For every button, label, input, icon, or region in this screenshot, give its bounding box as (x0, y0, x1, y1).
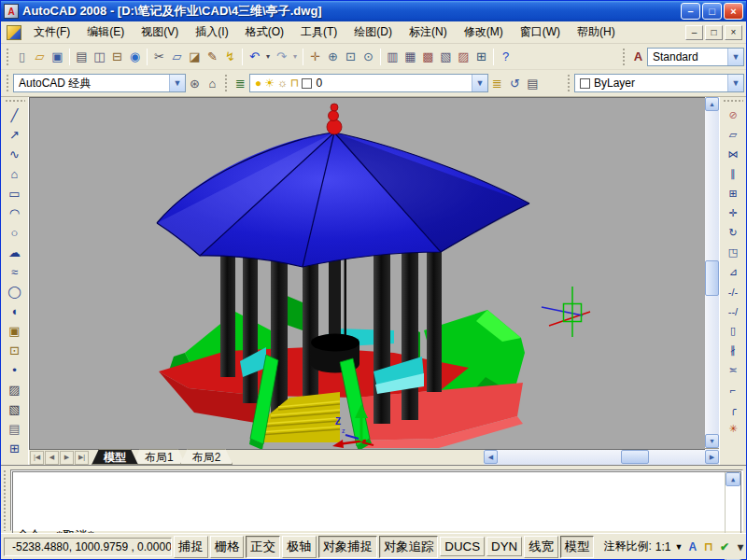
tab-layout1[interactable]: 布局1 (133, 449, 186, 465)
color-combo[interactable]: ByLayer ▼ (574, 74, 744, 92)
drawing-canvas[interactable]: Z z (29, 97, 705, 450)
stretch-button[interactable]: ⊿ (723, 262, 743, 282)
status-menu-arrow-icon[interactable]: ▾ (732, 539, 747, 555)
ducs-toggle[interactable]: DUCS (440, 537, 485, 556)
annotation-scale-control[interactable]: 注释比例: 1:1 ▼ (603, 539, 683, 554)
redo-button[interactable]: ↷ (273, 48, 290, 66)
sheetset-manager-button[interactable]: ▧ (437, 48, 455, 66)
line-button[interactable]: ╱ (5, 105, 25, 125)
my-workspace-button[interactable]: ⌂ (204, 74, 221, 92)
match-properties-button[interactable]: ✎ (204, 48, 221, 66)
text-style-combo[interactable]: Standard ▼ (647, 48, 744, 66)
menu-window[interactable]: 窗口(W) (512, 21, 569, 43)
spline-button[interactable]: ≈ (5, 262, 25, 282)
hatch-button[interactable]: ▨ (5, 380, 25, 399)
markup-set-manager-button[interactable]: ▨ (455, 48, 472, 66)
doc-restore-button[interactable]: □ (705, 25, 723, 40)
scale-button[interactable]: ◳ (723, 243, 743, 262)
otrack-toggle[interactable]: 对象追踪 (379, 536, 438, 558)
scroll-right-icon[interactable]: ▶ (705, 450, 719, 464)
polar-toggle[interactable]: 极轴 (282, 536, 317, 558)
toolbar-lock-icon[interactable]: ⊓ (700, 539, 716, 555)
tab-first-button[interactable]: |◀ (30, 451, 44, 465)
zoom-window-button[interactable]: ⊡ (342, 48, 359, 66)
point-button[interactable]: • (5, 360, 25, 380)
tab-last-button[interactable]: ▶| (75, 451, 89, 465)
paste-button[interactable]: ◪ (186, 48, 204, 66)
save-button[interactable]: ▣ (49, 48, 66, 66)
plot-preview-button[interactable]: ◫ (91, 48, 108, 66)
toolbar-grip[interactable] (6, 48, 10, 66)
layer-states-button[interactable]: ▤ (524, 74, 542, 92)
scroll-down-icon[interactable]: ▼ (705, 434, 719, 448)
scroll-left-icon[interactable]: ◀ (484, 450, 498, 464)
chevron-down-icon[interactable]: ▼ (727, 49, 743, 65)
revision-cloud-button[interactable]: ☁ (5, 243, 25, 262)
text-style-manager-button[interactable]: A (629, 48, 647, 66)
horizontal-scrollbar[interactable]: ◀ ▶ (484, 449, 719, 465)
undo-dropdown-button[interactable]: ▾ (263, 48, 273, 66)
cut-button[interactable]: ✂ (150, 48, 168, 66)
gradient-button[interactable]: ▧ (5, 399, 25, 419)
chevron-down-icon[interactable]: ▼ (727, 75, 743, 91)
menu-dimension[interactable]: 标注(N) (401, 21, 456, 43)
designcenter-button[interactable]: ▦ (402, 48, 419, 66)
break-at-point-button[interactable]: ▯ (723, 321, 743, 341)
zoom-realtime-button[interactable]: ⊕ (324, 48, 342, 66)
grid-toggle[interactable]: 栅格 (210, 536, 245, 558)
qnew-button[interactable]: ▯ (13, 48, 31, 66)
chevron-down-icon[interactable]: ▼ (169, 75, 185, 91)
plot-button[interactable]: ▤ (73, 48, 91, 66)
tab-model[interactable]: 模型 (92, 449, 138, 465)
menu-format[interactable]: 格式(O) (237, 21, 292, 43)
trim-button[interactable]: -/- (723, 282, 743, 301)
explode-button[interactable]: ✳ (723, 419, 743, 439)
menu-draw[interactable]: 绘图(D) (345, 21, 401, 43)
open-button[interactable]: ▱ (31, 48, 49, 66)
workspaces-toolbar-grip[interactable] (6, 74, 10, 92)
quickcalc-button[interactable]: ⊞ (472, 48, 490, 66)
model-toggle[interactable]: 模型 (560, 536, 595, 558)
copy-object-button[interactable]: ▱ (723, 125, 743, 145)
workspace-settings-button[interactable]: ⊛ (186, 74, 204, 92)
properties-toolbar-grip[interactable] (567, 74, 571, 92)
tab-prev-button[interactable]: ◀ (45, 451, 59, 465)
menu-insert[interactable]: 插入(I) (187, 21, 236, 43)
chevron-down-icon[interactable]: ▼ (472, 75, 487, 91)
trusted-dwg-icon[interactable]: ✔ (716, 539, 732, 555)
polyline-button[interactable]: ∿ (5, 145, 25, 164)
join-button[interactable]: ≍ (723, 360, 743, 380)
ellipse-button[interactable]: ◯ (5, 282, 25, 301)
break-button[interactable]: ∦ (723, 341, 743, 360)
osnap-toggle[interactable]: 对象捕捉 (318, 536, 377, 558)
styles-toolbar-grip[interactable] (622, 48, 627, 66)
draw-toolbar-grip[interactable] (5, 99, 25, 104)
rotate-button[interactable]: ↻ (723, 223, 743, 243)
doc-minimize-button[interactable]: – (685, 25, 703, 40)
array-button[interactable]: ⊞ (723, 184, 743, 203)
menu-tools[interactable]: 工具(T) (292, 21, 345, 43)
snap-toggle[interactable]: 捕捉 (174, 536, 208, 558)
close-button[interactable]: × (724, 3, 743, 20)
doc-close-button[interactable]: × (725, 25, 742, 40)
redo-dropdown-button[interactable]: ▾ (290, 48, 300, 66)
move-button[interactable]: ✛ (723, 203, 743, 223)
workspace-combo[interactable]: AutoCAD 经典 ▼ (13, 74, 186, 92)
properties-button[interactable]: ▥ (384, 48, 402, 66)
rectangle-button[interactable]: ▭ (5, 184, 25, 203)
arc-button[interactable]: ◠ (5, 203, 25, 223)
menu-modify[interactable]: 修改(M) (456, 21, 512, 43)
erase-button[interactable]: ⊘ (723, 105, 743, 125)
publish-button[interactable]: ⊟ (108, 48, 126, 66)
make-object-layer-current-button[interactable]: ≣ (488, 74, 506, 92)
maximize-button[interactable]: □ (702, 3, 722, 20)
construction-line-button[interactable]: ↗ (5, 125, 25, 145)
undo-button[interactable]: ↶ (246, 48, 263, 66)
chamfer-button[interactable]: ⌐ (723, 380, 743, 399)
vertical-scroll-thumb[interactable] (705, 260, 719, 296)
minimize-button[interactable]: – (681, 3, 700, 20)
3d-dwf-button[interactable]: ◉ (126, 48, 144, 66)
region-button[interactable]: ▤ (5, 419, 25, 439)
dyn-toggle[interactable]: DYN (486, 537, 522, 556)
tool-palettes-button[interactable]: ▩ (419, 48, 437, 66)
